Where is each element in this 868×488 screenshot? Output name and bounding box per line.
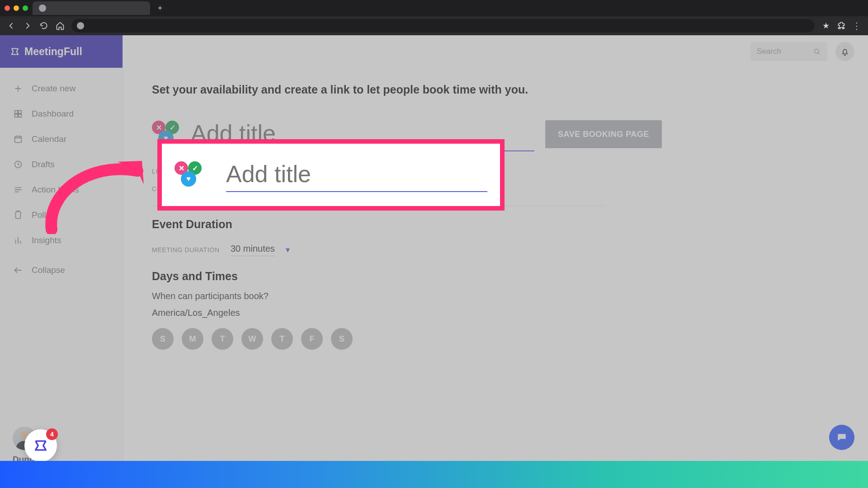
- days-and-times-heading: Days and Times: [152, 270, 852, 283]
- sidebar: MeetingFull Create new Dashboard Calenda…: [0, 35, 123, 488]
- days-question: When can participants book?: [152, 291, 852, 301]
- day-pill-tue[interactable]: T: [212, 328, 233, 350]
- clock-icon: [13, 159, 24, 170]
- sidebar-nav: Create new Dashboard Calendar Drafts Act…: [0, 68, 123, 283]
- tab-strip: +: [0, 0, 868, 16]
- day-pill-sun[interactable]: S: [152, 328, 174, 350]
- divider: [152, 206, 604, 206]
- add-conference-link[interactable]: Add conference: [238, 183, 301, 194]
- day-pill-wed[interactable]: W: [241, 328, 263, 350]
- location-row: LOCATION Add location: [152, 166, 852, 176]
- sidebar-item-label: Polls: [32, 210, 50, 220]
- title-input[interactable]: [191, 117, 534, 151]
- event-duration-heading: Event Duration: [152, 218, 852, 231]
- browser-toolbar: ★ ⋮: [0, 16, 868, 35]
- list-icon: [13, 184, 24, 195]
- help-badge[interactable]: 4: [24, 429, 57, 462]
- brand-name: MeetingFull: [24, 46, 82, 58]
- brand-bar[interactable]: MeetingFull: [0, 35, 123, 68]
- sidebar-item-insights[interactable]: Insights: [0, 228, 123, 253]
- sidebar-item-label: Insights: [32, 235, 61, 245]
- bell-icon: [840, 47, 849, 56]
- meeting-duration-value[interactable]: 30 minutes: [231, 244, 275, 256]
- notifications-button[interactable]: [835, 42, 854, 61]
- back-icon[interactable]: [6, 21, 16, 31]
- title-badge-stack: ✕ ✓ ♥: [152, 121, 179, 148]
- day-pill-fri[interactable]: F: [301, 328, 323, 350]
- chevron-down-icon[interactable]: ▾: [286, 245, 290, 255]
- chat-icon: [836, 432, 848, 443]
- add-location-link[interactable]: Add location: [238, 166, 288, 176]
- svg-rect-1: [19, 111, 21, 113]
- save-booking-page-button[interactable]: SAVE BOOKING PAGE: [545, 120, 662, 148]
- main-content: Set your availability and create a link …: [123, 68, 868, 488]
- bars-icon: [13, 235, 24, 246]
- forward-icon[interactable]: [23, 21, 33, 31]
- sidebar-item-label: Collapse: [32, 265, 65, 275]
- svg-rect-6: [16, 212, 21, 219]
- page-intro: Set your availability and create a link …: [152, 83, 852, 96]
- svg-rect-0: [15, 111, 18, 113]
- days-row: S M T W T F S: [152, 328, 852, 350]
- plus-icon: [13, 83, 24, 94]
- title-row: ✕ ✓ ♥ SAVE BOOKING PAGE: [152, 110, 852, 159]
- day-pill-sat[interactable]: S: [331, 328, 353, 350]
- help-badge-count: 4: [46, 428, 58, 440]
- reload-icon[interactable]: [39, 21, 49, 31]
- svg-rect-2: [15, 114, 18, 117]
- brand-logo-icon: [33, 438, 48, 453]
- svg-rect-4: [15, 136, 22, 143]
- sidebar-item-label: Drafts: [32, 160, 55, 169]
- sidebar-item-polls[interactable]: Polls: [0, 202, 123, 228]
- sidebar-item-label: Action Items: [32, 185, 79, 195]
- sidebar-item-label: Create new: [32, 84, 75, 94]
- gradient-footer: [0, 461, 868, 488]
- svg-rect-3: [19, 114, 21, 117]
- tab-favicon: [39, 5, 46, 12]
- day-pill-mon[interactable]: M: [182, 328, 203, 350]
- brand-logo-icon: [10, 47, 20, 56]
- conferencing-row: CONFERENCING Add conference: [152, 183, 852, 194]
- browser-tab[interactable]: [33, 1, 150, 15]
- title-underline: [191, 150, 534, 151]
- title-input-wrap: [191, 117, 534, 151]
- omnibox[interactable]: [71, 19, 815, 33]
- window-controls[interactable]: [5, 5, 28, 11]
- extensions-icon[interactable]: [836, 21, 846, 31]
- browser-chrome: + ★ ⋮: [0, 0, 868, 35]
- sidebar-item-label: Dashboard: [32, 109, 74, 119]
- search-placeholder: Search: [757, 47, 781, 56]
- day-pill-thu[interactable]: T: [271, 328, 293, 350]
- grid-icon: [13, 108, 24, 119]
- chat-fab[interactable]: [829, 425, 854, 450]
- app-root: MeetingFull Create new Dashboard Calenda…: [0, 35, 868, 488]
- sidebar-item-drafts[interactable]: Drafts: [0, 152, 123, 177]
- site-identity-icon: [77, 22, 84, 29]
- search-input[interactable]: Search: [750, 42, 827, 61]
- search-icon: [813, 47, 821, 56]
- duration-row: MEETING DURATION 30 minutes ▾: [152, 244, 852, 256]
- topbar: Search: [123, 35, 868, 68]
- clipboard-icon: [13, 210, 24, 221]
- shield-badge-icon: ♥: [158, 131, 174, 146]
- sidebar-item-calendar[interactable]: Calendar: [0, 127, 123, 152]
- location-label: LOCATION: [152, 168, 220, 175]
- meeting-duration-label: MEETING DURATION: [152, 246, 220, 253]
- timezone-text: America/Los_Angeles: [152, 308, 852, 318]
- svg-point-7: [815, 49, 819, 53]
- sidebar-item-create-new[interactable]: Create new: [0, 76, 123, 101]
- new-tab-button[interactable]: +: [155, 3, 165, 14]
- home-icon[interactable]: [55, 21, 65, 31]
- browser-menu-icon[interactable]: ⋮: [852, 21, 862, 31]
- calendar-icon: [13, 134, 24, 145]
- sidebar-collapse[interactable]: Collapse: [0, 258, 123, 283]
- arrow-left-icon: [13, 265, 24, 276]
- sidebar-item-label: Calendar: [32, 134, 66, 144]
- sidebar-item-dashboard[interactable]: Dashboard: [0, 101, 123, 127]
- bookmark-star-icon[interactable]: ★: [821, 21, 831, 31]
- sidebar-item-action-items[interactable]: Action Items: [0, 177, 123, 202]
- conferencing-label: CONFERENCING: [152, 185, 220, 192]
